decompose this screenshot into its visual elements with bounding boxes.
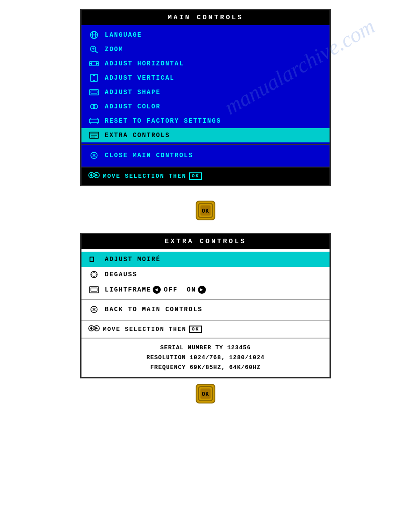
svg-marker-51 (90, 326, 93, 328)
main-controls-menu: ? LANGUAGE ZOOM ADJUST HORIZONTAL ADJUST… (81, 25, 330, 167)
serial-line2: RESOLUTION 1024/768, 1280/1024 (88, 353, 323, 363)
lightframe-right-arrow[interactable]: ▶ (198, 286, 206, 294)
extra-menu-item-moire[interactable]: ADJUST MOIRÉ (81, 252, 330, 267)
menu-item-close[interactable]: CLOSE MAIN CONTROLS (81, 147, 330, 164)
svg-marker-52 (90, 328, 93, 330)
lightframe-prefix: LIGHTFRAME (105, 286, 151, 293)
menu-item-color-label: ADJUST COLOR (105, 103, 161, 110)
zoom-icon (88, 44, 100, 54)
moire-icon (88, 254, 100, 264)
svg-point-21 (93, 104, 98, 109)
footer-text: MOVE SELECTION THEN (103, 173, 186, 180)
lightframe-icon (88, 285, 100, 295)
svg-marker-11 (90, 62, 92, 65)
menu-item-vertical-label: ADJUST VERTICAL (105, 74, 175, 82)
adjust-color-icon (88, 102, 100, 112)
menu-item-adjust-color[interactable]: ADJUST COLOR (81, 99, 330, 114)
lightframe-on: ON (187, 286, 196, 293)
main-controls-panel: MAIN CONTROLS ? LANGUAGE ZOOM ADJUST HOR… (80, 9, 331, 186)
language-icon: ? (88, 30, 100, 40)
degauss-icon (88, 270, 100, 279)
extra-controls-title: EXTRA CONTROLS (81, 234, 330, 249)
extra-menu-back-label: BACK TO MAIN CONTROLS (105, 306, 202, 313)
extra-controls-panel: EXTRA CONTROLS ADJUST MOIRÉ DEGAUSS LIGH… (80, 233, 331, 378)
serial-info: SERIAL NUMBER TY 123456 RESOLUTION 1024/… (81, 338, 330, 377)
serial-line1: SERIAL NUMBER TY 123456 (88, 343, 323, 353)
extra-controls-menu: ADJUST MOIRÉ DEGAUSS LIGHTFRAME ◀ OFF ON… (81, 249, 330, 320)
extra-controls-footer: MOVE SELECTION THEN OK (81, 320, 330, 338)
ok-button-2[interactable]: OK (196, 384, 215, 403)
main-controls-footer: MOVE SELECTION THEN OK (81, 167, 330, 185)
serial-line3: FREQUENCY 69K/85HZ, 64K/60HZ (88, 363, 323, 373)
svg-rect-19 (91, 91, 97, 94)
svg-marker-35 (90, 173, 93, 175)
menu-item-horizontal-label: ADJUST HORIZONTAL (105, 60, 184, 67)
back-icon (88, 305, 100, 314)
extra-menu-moire-label: ADJUST MOIRÉ (105, 256, 161, 263)
menu-item-extra-controls[interactable]: EXTRA CONTROLS (81, 128, 330, 142)
extra-ok-badge: OK (189, 326, 202, 333)
menu-item-extra-label: EXTRA CONTROLS (105, 132, 170, 139)
svg-line-5 (95, 51, 98, 53)
close-icon (88, 150, 100, 160)
menu-item-zoom-label: ZOOM (105, 46, 124, 53)
adjust-vertical-icon (88, 73, 100, 83)
lightframe-left-arrow[interactable]: ◀ (153, 286, 161, 294)
menu-item-close-label: CLOSE MAIN CONTROLS (105, 152, 193, 159)
menu-item-reset[interactable]: RESET TO FACTORY SETTINGS (81, 114, 330, 128)
svg-text:?: ? (92, 32, 94, 35)
extra-menu-item-degauss[interactable]: DEGAUSS (81, 267, 330, 282)
ok-badge: OK (189, 172, 202, 180)
menu-item-adjust-shape[interactable]: ADJUST SHAPE (81, 85, 330, 99)
svg-marker-38 (95, 174, 98, 176)
menu-item-adjust-horizontal[interactable]: ADJUST HORIZONTAL (81, 56, 330, 71)
extra-menu-item-back[interactable]: BACK TO MAIN CONTROLS (81, 302, 330, 317)
svg-marker-54 (95, 327, 98, 330)
reset-icon (88, 116, 100, 126)
svg-rect-43 (90, 257, 93, 261)
extra-footer-text: MOVE SELECTION THEN (103, 326, 186, 333)
lightframe-off: OFF (164, 286, 178, 293)
adjust-horizontal-icon (88, 59, 100, 69)
menu-item-shape-label: ADJUST SHAPE (105, 89, 161, 96)
ok-button-1[interactable]: OK (196, 201, 215, 220)
adjust-shape-icon (88, 87, 100, 97)
svg-rect-27 (90, 132, 98, 138)
menu-item-language-label: LANGUAGE (105, 31, 142, 39)
menu-item-reset-label: RESET TO FACTORY SETTINGS (105, 117, 221, 124)
move-icon (88, 171, 100, 181)
menu-item-language[interactable]: ? LANGUAGE (81, 28, 330, 42)
svg-text:OK: OK (202, 391, 209, 398)
svg-rect-22 (90, 119, 98, 123)
extra-menu-degauss-label: DEGAUSS (105, 271, 137, 278)
svg-marker-36 (90, 175, 93, 177)
extra-menu-item-lightframe[interactable]: LIGHTFRAME ◀ OFF ON ▶ (81, 282, 330, 297)
main-controls-title: MAIN CONTROLS (81, 10, 330, 25)
svg-rect-46 (91, 288, 97, 292)
extra-move-icon (88, 324, 100, 334)
svg-text:OK: OK (202, 208, 209, 215)
extra-controls-icon (88, 130, 100, 140)
menu-item-zoom[interactable]: ZOOM (81, 42, 330, 56)
menu-item-adjust-vertical[interactable]: ADJUST VERTICAL (81, 71, 330, 85)
svg-marker-12 (96, 62, 98, 65)
